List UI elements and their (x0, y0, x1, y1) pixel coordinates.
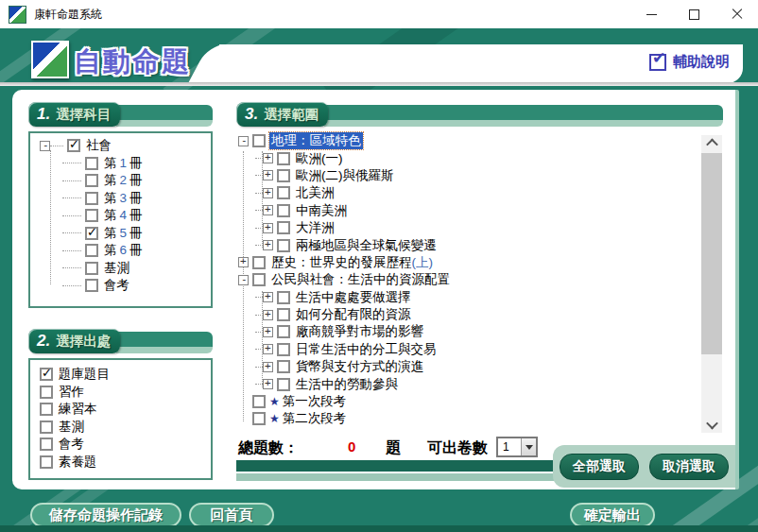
list-item[interactable]: 練習本 (30, 401, 211, 419)
checkbox[interactable] (85, 279, 98, 292)
checkbox[interactable] (40, 403, 53, 416)
checkbox[interactable] (85, 157, 98, 170)
home-button[interactable]: 回首頁 (189, 503, 274, 527)
expand-icon[interactable] (263, 362, 273, 372)
tree-item[interactable]: 會考 (30, 277, 211, 295)
expand-icon[interactable] (263, 170, 273, 180)
checkbox[interactable] (252, 256, 266, 269)
save-record-button[interactable]: 儲存命題操作記錄 (30, 503, 181, 527)
tree-item[interactable]: 第2冊 (30, 172, 211, 190)
expand-icon[interactable] (263, 205, 273, 215)
tree-item[interactable]: 生活中處處要做選擇 (236, 289, 723, 306)
tree-item[interactable]: 廠商競爭對市場的影響 (236, 323, 723, 340)
help-link[interactable]: 輔助說明 (649, 53, 730, 71)
checkbox[interactable] (85, 244, 98, 257)
tree-item[interactable]: 貨幣與支付方式的演進 (236, 358, 723, 375)
checkbox[interactable] (277, 169, 290, 182)
tree-item[interactable]: 第1冊 (30, 155, 211, 173)
list-item[interactable]: 素養題 (30, 454, 211, 472)
confirm-output-button[interactable]: 確定輸出 (570, 503, 655, 527)
tree-item[interactable]: 歷史：世界史的發展歷程(上) (236, 254, 723, 271)
tree-item[interactable]: ★ 第一次段考 (236, 393, 723, 410)
list-item[interactable]: 題庫題目 (30, 366, 211, 384)
tree-item[interactable]: 日常生活中的分工與交易 (236, 341, 723, 358)
tree-item[interactable]: 如何分配有限的資源 (236, 306, 723, 323)
expand-icon[interactable] (263, 379, 273, 389)
tree-item[interactable]: 大洋洲 (236, 219, 723, 236)
tree-item[interactable]: 第5冊 (30, 225, 211, 243)
checkbox[interactable] (85, 174, 98, 187)
checkbox[interactable] (277, 152, 290, 165)
dropdown-button[interactable] (521, 438, 536, 455)
tree-item[interactable]: ★ 第二次段考 (236, 410, 723, 427)
checkbox[interactable] (277, 239, 290, 252)
checkbox[interactable] (85, 227, 98, 240)
tree-item[interactable]: 兩極地區與全球氣候變遷 (236, 236, 723, 253)
checkbox[interactable] (277, 325, 290, 338)
checkbox[interactable] (277, 378, 290, 391)
checkbox[interactable] (252, 134, 266, 147)
list-item[interactable]: 會考 (30, 436, 211, 454)
select-all-button[interactable]: 全部選取 (560, 454, 639, 480)
checkbox[interactable] (67, 139, 80, 152)
tree-item[interactable]: 基測 (30, 260, 211, 278)
checkbox[interactable] (40, 368, 53, 381)
tree-connector (255, 297, 263, 298)
expand-icon[interactable] (263, 310, 273, 320)
tree-item[interactable]: 第6冊 (30, 242, 211, 260)
tree-item[interactable]: 歐洲(二)與俄羅斯 (236, 167, 723, 184)
tree-connector (62, 215, 81, 216)
tree-item-label: 第4冊 (102, 207, 145, 224)
checkbox[interactable] (40, 420, 53, 434)
expand-icon[interactable] (263, 223, 273, 233)
list-item[interactable]: 習作 (30, 384, 211, 402)
label-part: 歷史：世界史的發展歷程 (271, 255, 412, 269)
tree-item[interactable]: 第3冊 (30, 190, 211, 208)
tree-item[interactable]: 第4冊 (30, 207, 211, 225)
scroll-down-button[interactable] (701, 417, 722, 433)
copies-select[interactable]: 1 (496, 437, 538, 457)
checkbox[interactable] (40, 386, 53, 399)
expand-icon[interactable] (238, 257, 249, 267)
deselect-all-button[interactable]: 取消選取 (649, 454, 729, 480)
checkbox[interactable] (277, 291, 290, 304)
scrollbar-thumb[interactable] (701, 153, 722, 354)
checkbox[interactable] (277, 186, 290, 199)
checkbox[interactable] (85, 192, 98, 205)
checkbox[interactable] (277, 360, 290, 373)
checkbox[interactable] (40, 438, 53, 451)
tree-item[interactable]: 社會 (30, 137, 211, 155)
checkbox[interactable] (252, 395, 266, 408)
expand-icon[interactable] (263, 240, 273, 250)
tree-item[interactable]: 公民與社會：生活中的資源配置 (236, 271, 723, 288)
minimize-button[interactable] (630, 0, 673, 28)
expand-icon[interactable] (263, 344, 273, 354)
tree-item[interactable]: 地理：區域特色 (236, 132, 723, 149)
maximize-button[interactable] (673, 0, 715, 28)
collapse-icon[interactable] (238, 136, 249, 146)
tree-item[interactable]: 歐洲(一) (236, 149, 723, 166)
expand-icon[interactable] (263, 327, 273, 337)
list-item[interactable]: 基測 (30, 419, 211, 437)
checkbox[interactable] (85, 209, 98, 222)
tree-item[interactable]: 生活中的勞動參與 (236, 375, 723, 392)
checkbox[interactable] (277, 204, 290, 217)
checkbox[interactable] (85, 262, 98, 275)
scroll-up-button[interactable] (701, 135, 722, 151)
checkbox[interactable] (40, 455, 53, 469)
scrollbar[interactable] (701, 135, 722, 433)
expand-icon[interactable] (263, 153, 273, 163)
collapse-icon[interactable] (238, 275, 249, 285)
close-button[interactable] (715, 0, 758, 28)
subject-tree: 社會 第1冊 第2冊 第3冊 第4冊 (28, 131, 213, 308)
checkbox[interactable] (277, 221, 290, 234)
expand-icon[interactable] (263, 292, 273, 302)
checkbox[interactable] (252, 412, 266, 425)
checkbox[interactable] (252, 273, 266, 286)
checkbox[interactable] (277, 343, 290, 356)
expand-icon[interactable] (263, 188, 273, 198)
tree-item[interactable]: 北美洲 (236, 184, 723, 201)
collapse-icon[interactable] (40, 141, 50, 151)
tree-item[interactable]: 中南美洲 (236, 202, 723, 219)
checkbox[interactable] (277, 308, 290, 321)
